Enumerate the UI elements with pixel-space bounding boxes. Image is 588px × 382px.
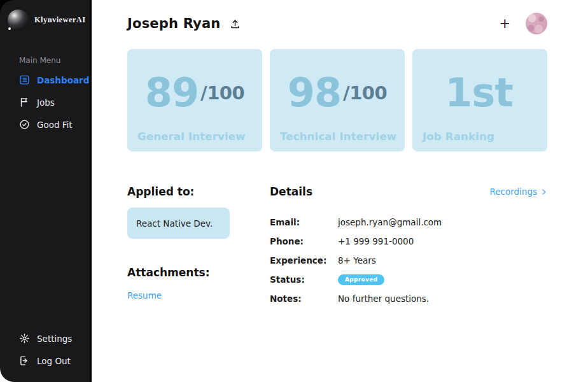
sidebar-section-label: Main Menu [19, 56, 90, 65]
check-circle-icon [19, 119, 30, 130]
detail-label: Experience: [270, 255, 338, 265]
detail-row-status: Status: Approved [270, 270, 547, 289]
status-badge: Approved [338, 274, 384, 285]
score-value-row: 98 /100 [270, 49, 405, 131]
applied-job-chip[interactable]: React Native Dev. [127, 208, 230, 239]
score-value-row: 89 /100 [127, 49, 262, 131]
score-cards: 89 /100 General Interview 98 /100 Techni… [127, 49, 547, 152]
sidebar-item-settings[interactable]: Settings [0, 327, 90, 350]
add-button[interactable]: + [499, 17, 510, 31]
application-column: Applied to: React Native Dev. Attachment… [127, 185, 270, 308]
score-value-row: 1st [412, 49, 547, 131]
sidebar-item-label: Log Out [37, 356, 71, 366]
sidebar-item-jobs[interactable]: Jobs [0, 91, 90, 113]
header-actions: + [499, 13, 547, 34]
score-card-job-ranking: 1st Job Ranking [412, 49, 547, 152]
sidebar-item-label: Settings [37, 334, 72, 344]
applied-to-heading: Applied to: [127, 185, 270, 198]
detail-row-experience: Experience: 8+ Years [270, 251, 547, 270]
recordings-link-label: Recordings [489, 187, 537, 197]
upload-icon [230, 18, 241, 29]
recordings-link[interactable]: Recordings [489, 187, 547, 197]
detail-label: Notes: [270, 294, 338, 304]
score-card-label: Job Ranking [412, 131, 547, 152]
detail-label: Phone: [270, 236, 338, 246]
score-card-label: General Interview [127, 131, 262, 152]
page-header: Joseph Ryan + [127, 13, 547, 34]
candidate-name: Joseph Ryan [127, 16, 221, 31]
logo-sphere-icon [8, 10, 29, 31]
attachments-heading: Attachments: [127, 266, 270, 279]
resume-link[interactable]: Resume [127, 290, 162, 301]
avatar[interactable] [526, 13, 547, 34]
score-card-label: Technical Interview [270, 131, 405, 152]
score-suffix: /100 [200, 82, 244, 104]
detail-rows: Email: joseph.ryan@gmail.com Phone: +1 9… [270, 213, 547, 308]
app-name: KlynviewerAI [34, 15, 85, 25]
experience-value: 8+ Years [338, 255, 376, 265]
score-suffix: /100 [343, 82, 387, 104]
app-logo: KlynviewerAI [0, 0, 90, 31]
gear-icon [19, 333, 30, 344]
dashboard-list-icon [19, 74, 30, 85]
sidebar-footer: Settings Log Out [0, 327, 90, 382]
score-value: 1st [445, 73, 513, 113]
detail-label: Email: [270, 217, 338, 227]
sidebar: KlynviewerAI Main Menu Dashboard Jobs Go… [0, 0, 92, 382]
details-header: Details Recordings [270, 185, 547, 198]
profile-section: Applied to: React Native Dev. Attachment… [127, 185, 547, 308]
flag-icon [19, 97, 30, 108]
details-column: Details Recordings Email: joseph.ryan@gm… [270, 185, 547, 308]
score-card-general-interview: 89 /100 General Interview [127, 49, 262, 152]
detail-row-phone: Phone: +1 999 991-0000 [270, 232, 547, 251]
detail-label: Status: [270, 274, 338, 285]
notes-value: No further questions. [338, 294, 429, 304]
main-content: Joseph Ryan + 89 /100 General Interview … [92, 0, 588, 382]
chevron-right-icon [540, 188, 547, 195]
score-value: 98 [288, 73, 341, 113]
detail-row-email: Email: joseph.ryan@gmail.com [270, 213, 547, 232]
details-heading: Details [270, 185, 312, 198]
detail-row-notes: Notes: No further questions. [270, 289, 547, 308]
score-value: 89 [145, 73, 199, 113]
sidebar-item-label: Dashboard [37, 75, 89, 85]
upload-button[interactable] [230, 18, 241, 29]
sidebar-item-label: Jobs [37, 97, 55, 108]
score-card-technical-interview: 98 /100 Technical Interview [270, 49, 405, 152]
phone-value: +1 999 991-0000 [338, 236, 414, 246]
sidebar-item-label: Good Fit [37, 120, 73, 130]
sidebar-item-logout[interactable]: Log Out [0, 350, 90, 372]
sidebar-item-dashboard[interactable]: Dashboard [0, 69, 90, 91]
email-value: joseph.ryan@gmail.com [338, 217, 442, 227]
sidebar-item-good-fit[interactable]: Good Fit [0, 113, 90, 136]
sidebar-nav: Dashboard Jobs Good Fit [0, 69, 90, 136]
logout-icon [19, 355, 30, 366]
